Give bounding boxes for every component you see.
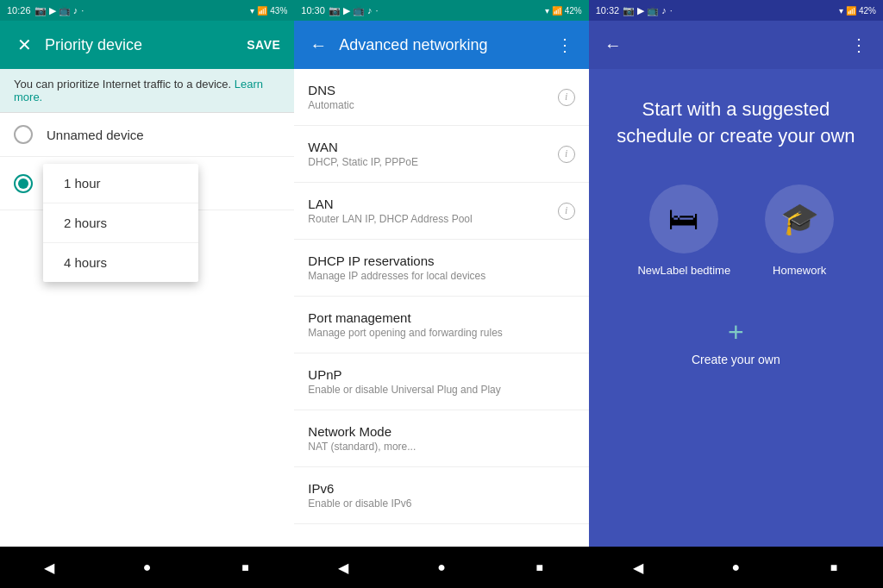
home-icon-1: ●	[143, 560, 152, 575]
net-item-upnp[interactable]: UPnP Enable or disable Universal Plug an…	[294, 353, 588, 410]
back-button-1[interactable]: ◀	[28, 547, 70, 588]
net-item-ipv6[interactable]: IPv6 Enable or disable IPv6	[294, 467, 588, 524]
home-button-1[interactable]: ●	[127, 547, 168, 588]
net-sub-netmode: NAT (standard), more...	[308, 441, 416, 453]
bottom-nav-3: ◀ ● ■	[589, 547, 883, 588]
toolbar-title-1: Priority device	[45, 36, 236, 54]
battery-3: 42%	[859, 6, 876, 16]
schedule-option-bedtime[interactable]: 🛏 NewLabel bedtime	[637, 185, 730, 277]
back-button-3[interactable]: ◀	[617, 547, 659, 588]
info-text: You can prioritize Internet traffic to a…	[14, 78, 231, 91]
battery-2: 42%	[565, 6, 582, 16]
wifi-3: ▾	[839, 6, 843, 16]
battery-1: 43%	[270, 6, 287, 16]
net-sub-wan: DHCP, Static IP, PPPoE	[308, 156, 418, 168]
net-item-lan[interactable]: LAN Router LAN IP, DHCP Address Pool i	[294, 183, 588, 240]
create-own-label: Create your own	[692, 353, 780, 366]
bedtime-icon-circle: 🛏	[649, 185, 718, 253]
net-title-port: Port management	[308, 310, 502, 325]
schedule-option-homework[interactable]: 🎓 Homework	[765, 185, 834, 277]
net-sub-port: Manage port opening and forwarding rules	[308, 327, 502, 339]
net-sub-dns: Automatic	[308, 99, 354, 111]
status-bar-2: 10:30 📷 ▶ 📺 ♪ · ▾ 📶 42%	[294, 0, 588, 21]
net-item-dhcp[interactable]: DHCP IP reservations Manage IP addresses…	[294, 240, 588, 297]
home-icon-2: ●	[437, 560, 446, 575]
duration-dropdown: 1 hour 2 hours 4 hours	[43, 164, 198, 282]
device-item-unnamed[interactable]: Unnamed device	[0, 113, 294, 157]
bedtime-icon: 🛏	[668, 201, 699, 237]
info-icon-lan[interactable]: i	[558, 203, 575, 220]
recent-button-3[interactable]: ■	[813, 547, 855, 588]
net-title-lan: LAN	[308, 197, 472, 211]
time-2: 10:30	[301, 5, 325, 16]
net-title-dhcp: DHCP IP reservations	[308, 253, 485, 268]
info-icon-dns[interactable]: i	[558, 89, 575, 106]
schedule-content: Start with a suggested schedule or creat…	[589, 69, 883, 547]
dropdown-item-1hour[interactable]: 1 hour	[43, 164, 198, 203]
net-title-upnp: UPnP	[308, 367, 500, 382]
wifi-icon-1: ▾	[250, 6, 254, 16]
back-icon-2: ◀	[338, 560, 348, 576]
create-own-button[interactable]: + Create your own	[692, 318, 780, 366]
net-sub-dhcp: Manage IP addresses for local devices	[308, 270, 485, 282]
net-sub-lan: Router LAN IP, DHCP Address Pool	[308, 213, 472, 225]
back-arrow-2[interactable]: ←	[308, 34, 329, 55]
recent-button-1[interactable]: ■	[224, 547, 266, 588]
signal-dot-1: ·	[81, 5, 84, 16]
toolbar-3: ← ⋮	[589, 21, 883, 69]
bottom-nav-1: ◀ ● ■	[0, 547, 294, 588]
panel-priority-device: 10:26 📷 ▶ 📺 ♪ · ▾ 📶 43% ✕ Priority devic…	[0, 0, 294, 588]
back-icon-1: ◀	[44, 560, 54, 576]
net-item-netmode[interactable]: Network Mode NAT (standard), more...	[294, 410, 588, 467]
bedtime-label: NewLabel bedtime	[637, 264, 730, 277]
net-title-wan: WAN	[308, 140, 418, 154]
radio-unnamed[interactable]	[14, 125, 33, 144]
dropdown-item-2hours[interactable]: 2 hours	[43, 203, 198, 243]
close-button-1[interactable]: ✕	[14, 34, 34, 55]
info-icon-wan[interactable]: i	[558, 146, 575, 163]
notification-icons-3: 📷 ▶ 📺 ♪	[623, 5, 667, 16]
schedule-title: Start with a suggested schedule or creat…	[610, 97, 862, 150]
recent-button-2[interactable]: ■	[519, 547, 560, 588]
info-banner: You can prioritize Internet traffic to a…	[0, 69, 294, 113]
toolbar-2: ← Advanced networking ⋮	[294, 21, 588, 69]
recent-icon-3: ■	[830, 560, 837, 574]
panel-advanced-networking: 10:30 📷 ▶ 📺 ♪ · ▾ 📶 42% ← Advanced netwo…	[294, 0, 588, 588]
back-icon-3: ◀	[633, 560, 643, 576]
home-button-3[interactable]: ●	[715, 547, 756, 588]
more-menu-3[interactable]: ⋮	[849, 34, 869, 55]
panel-schedule: 10:32 📷 ▶ 📺 ♪ · ▾ 📶 42% ← ⋮ Start with a…	[589, 0, 883, 588]
recent-icon-2: ■	[536, 560, 543, 574]
toolbar-title-2: Advanced networking	[339, 36, 543, 54]
radio-inner-admin	[18, 178, 28, 189]
net-item-dns[interactable]: DNS Automatic i	[294, 69, 588, 126]
home-button-2[interactable]: ●	[421, 547, 462, 588]
net-title-dns: DNS	[308, 83, 354, 97]
device-label-unnamed: Unnamed device	[47, 128, 144, 142]
net-sub-ipv6: Enable or disable IPv6	[308, 497, 411, 510]
homework-icon-circle: 🎓	[765, 185, 834, 253]
signal-2: 📶	[552, 6, 562, 16]
net-sub-upnp: Enable or disable Universal Plug and Pla…	[308, 384, 500, 396]
net-item-wan[interactable]: WAN DHCP, Static IP, PPPoE i	[294, 126, 588, 183]
net-title-netmode: Network Mode	[308, 424, 416, 439]
bottom-nav-2: ◀ ● ■	[294, 547, 588, 588]
time-1: 10:26	[7, 5, 31, 16]
back-button-2[interactable]: ◀	[323, 547, 364, 588]
status-bar-1: 10:26 📷 ▶ 📺 ♪ · ▾ 📶 43%	[0, 0, 294, 21]
more-menu-2[interactable]: ⋮	[554, 34, 575, 55]
signal-3: 📶	[846, 6, 856, 16]
notification-icons-1: 📷 ▶ 📺 ♪	[34, 5, 78, 16]
back-arrow-3[interactable]: ←	[603, 34, 623, 55]
dropdown-item-4hours[interactable]: 4 hours	[43, 243, 198, 282]
time-3: 10:32	[596, 5, 620, 16]
net-list: DNS Automatic i WAN DHCP, Static IP, PPP…	[294, 69, 588, 547]
homework-label: Homework	[773, 264, 826, 277]
plus-icon: +	[728, 318, 744, 346]
signal-icon-1: 📶	[257, 6, 267, 16]
net-item-port[interactable]: Port management Manage port opening and …	[294, 297, 588, 353]
save-button[interactable]: SAVE	[247, 38, 280, 52]
notification-icons-2: 📷 ▶ 📺 ♪	[329, 5, 373, 16]
radio-admin[interactable]	[14, 174, 33, 193]
home-icon-3: ●	[731, 560, 740, 575]
